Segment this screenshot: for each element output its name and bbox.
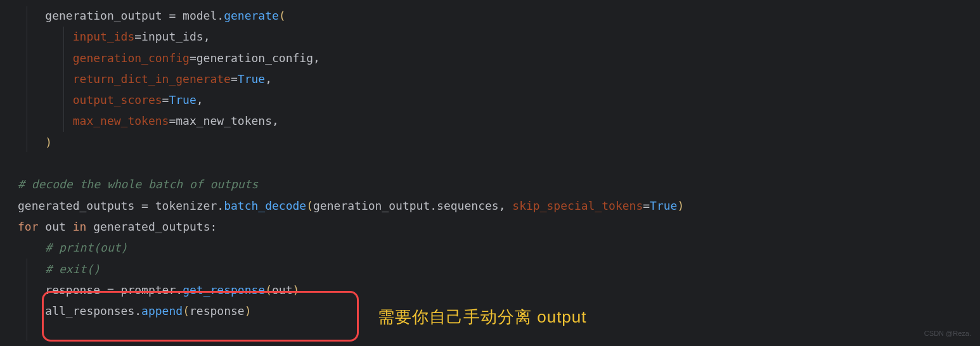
indent-guide bbox=[63, 27, 64, 132]
annotation-text: 需要你自己手动分离 output bbox=[378, 302, 587, 332]
code-line: for out in generated_outputs: bbox=[18, 220, 217, 233]
indent-guide bbox=[27, 6, 27, 152]
code-line: all_responses.append(response) bbox=[18, 304, 252, 317]
code-line bbox=[18, 157, 25, 170]
code-editor[interactable]: generation_output = model.generate( inpu… bbox=[0, 5, 980, 321]
code-line: ) bbox=[18, 136, 52, 149]
code-line: # exit() bbox=[18, 262, 100, 276]
code-line: output_scores=True, bbox=[18, 93, 203, 106]
code-line: generated_outputs = tokenizer.batch_deco… bbox=[18, 199, 684, 212]
code-line: # decode the whole batch of outputs bbox=[18, 177, 258, 191]
code-line: input_ids=input_ids, bbox=[18, 30, 210, 43]
code-line: response = prompter.get_response(out) bbox=[18, 283, 299, 297]
watermark: CSDN @Reza. bbox=[924, 327, 971, 340]
code-line: # print(out) bbox=[18, 241, 127, 254]
code-line: max_new_tokens=max_new_tokens, bbox=[18, 114, 279, 127]
indent-guide bbox=[27, 259, 27, 341]
code-line: generation_output = model.generate( bbox=[18, 9, 286, 22]
code-line: return_dict_in_generate=True, bbox=[18, 72, 272, 86]
